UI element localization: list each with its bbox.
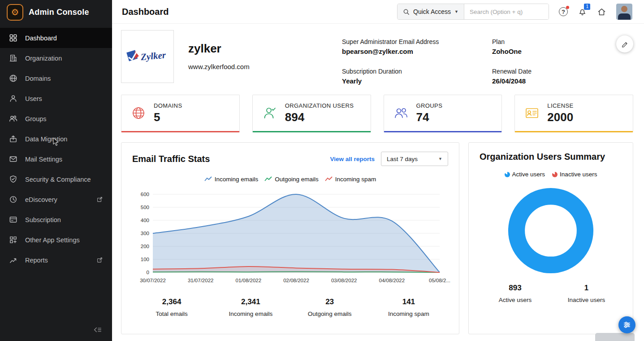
user-check-icon [263, 106, 277, 120]
summary-item: 141 Incoming spam [369, 297, 448, 317]
users-summary-card: Organization Users Summary Active users … [468, 142, 633, 334]
summary-value: 1 [551, 284, 622, 293]
external-link-icon [96, 257, 103, 263]
sidebar-item-domains[interactable]: Domains [0, 68, 112, 88]
svg-text:500: 500 [141, 205, 149, 210]
domains-icon [9, 74, 17, 83]
sidebar-header: ⚙ Admin Console [0, 0, 112, 24]
gear-icon: ⚙ [11, 8, 19, 17]
sidebar-item-ediscovery[interactable]: eDiscovery [0, 189, 112, 210]
stat-label: ORGANIZATION USERS [285, 102, 354, 109]
legend-item: Incoming emails [204, 176, 259, 183]
edit-org-button[interactable] [616, 35, 633, 52]
sidebar-item-reports[interactable]: Reports [0, 250, 112, 270]
legend-label: Outgoing emails [275, 176, 319, 183]
svg-text:02/08/2022: 02/08/2022 [283, 278, 309, 283]
sidebar-item-label: Data Migration [25, 136, 67, 143]
stat-card[interactable]: GROUPS 74 [384, 95, 502, 132]
notifications-button[interactable]: 1 [578, 7, 587, 17]
license-card-icon [525, 106, 539, 120]
svg-text:0: 0 [147, 270, 149, 275]
sidebar-item-label: Groups [25, 115, 47, 122]
search-input[interactable] [464, 4, 549, 19]
sidebar-item-mail-settings[interactable]: Mail Settings [0, 149, 112, 169]
field-value: bpearson@zylker.com [342, 48, 492, 55]
svg-text:30/07/2022: 30/07/2022 [140, 278, 166, 283]
sidebar-item-dashboard[interactable]: Dashboard [0, 28, 112, 48]
sidebar-item-label: Mail Settings [25, 156, 62, 163]
org-field: Renewal Date 26/04/2048 [492, 68, 602, 85]
sidebar-item-data-migration[interactable]: Data Migration [0, 129, 112, 149]
stat-value: 5 [154, 110, 182, 124]
summary-item: 2,364 Total emails [132, 297, 211, 317]
field-label: Super Administrator Email Address [342, 38, 492, 45]
topbar: Dashboard Quick Access ▼ ? 1 [112, 0, 644, 24]
sidebar-item-users[interactable]: Users [0, 88, 112, 109]
summary-label: Inactive users [551, 297, 622, 303]
summary-value: 893 [480, 284, 551, 293]
legend-label: Active users [512, 171, 545, 178]
stat-card[interactable]: ORGANIZATION USERS 894 [252, 95, 371, 132]
view-all-reports-link[interactable]: View all reports [330, 156, 375, 162]
external-link-icon [96, 196, 103, 203]
org-field: Subscription Duration Yearly [342, 68, 492, 85]
help-alert-dot [566, 6, 569, 9]
field-value: ZohoOne [492, 48, 602, 55]
stat-card[interactable]: DOMAINS 5 [121, 95, 240, 132]
avatar-head [621, 6, 627, 12]
legend-label: Incoming spam [335, 176, 376, 183]
email-traffic-card: Email Traffic Stats View all reports Las… [121, 142, 459, 334]
sidebar-item-label: eDiscovery [25, 196, 57, 203]
org-name: zylker [188, 42, 250, 56]
sidebar-item-label: Organization [25, 55, 62, 62]
users-summary-title: Organization Users Summary [480, 152, 622, 162]
donut-wrap [480, 187, 622, 275]
admin-console-app: ⚙ Admin Console Dashboard Organization D… [0, 0, 644, 341]
sidebar-item-organization[interactable]: Organization [0, 48, 112, 68]
user-avatar[interactable] [616, 4, 632, 20]
users-donut-chart [507, 187, 595, 275]
sidebar-item-subscription[interactable]: Subscription [0, 210, 112, 230]
org-field: Super Administrator Email Address bpears… [342, 38, 492, 55]
notification-badge: 1 [584, 4, 590, 10]
summary-item: 23 Outgoing emails [290, 297, 369, 317]
home-button[interactable] [597, 7, 606, 17]
trend-swatch [204, 176, 212, 182]
app-logo[interactable]: ⚙ [7, 4, 23, 21]
summary-label: Active users [480, 297, 551, 303]
search-group: Quick Access ▼ [397, 4, 549, 20]
help-button[interactable]: ? [559, 7, 568, 16]
summary-value: 2,364 [132, 297, 211, 306]
summary-item: 893 Active users [480, 284, 551, 303]
sidebar-item-security-compliance[interactable]: Security & Compliance [0, 169, 112, 189]
legend-item: Incoming spam [325, 176, 376, 183]
pencil-icon [621, 40, 629, 48]
svg-text:01/08/2022: 01/08/2022 [236, 278, 262, 283]
org-name-block: zylker www.zylkerfood.com [188, 30, 250, 70]
sidebar-item-groups[interactable]: Groups [0, 109, 112, 129]
email-traffic-title: Email Traffic Stats [132, 154, 210, 164]
quick-access-button[interactable]: Quick Access ▼ [398, 4, 464, 19]
summary-value: 141 [369, 297, 448, 306]
svg-text:05/08/2...: 05/08/2... [429, 278, 450, 283]
date-range-select[interactable]: Last 7 days ▼ [381, 152, 448, 166]
summary-label: Incoming emails [211, 310, 290, 317]
collapse-sidebar-icon[interactable] [93, 326, 102, 336]
summary-item: 1 Inactive users [551, 284, 622, 303]
zylker-logo: Zylker [125, 46, 170, 67]
stat-card[interactable]: LICENSE 2000 [514, 95, 633, 132]
org-website: www.zylkerfood.com [188, 63, 250, 70]
legend-label: Inactive users [560, 171, 597, 178]
app-title: Admin Console [29, 8, 89, 17]
sliders-icon [623, 321, 631, 329]
chart-settings-fab[interactable] [618, 316, 635, 333]
field-value: Yearly [342, 77, 492, 85]
field-value: 26/04/2048 [492, 77, 602, 85]
sidebar-item-other-app-settings[interactable]: Other App Settings [0, 230, 112, 250]
summary-item: 2,341 Incoming emails [211, 297, 290, 317]
screen-overlay [595, 333, 635, 341]
other-apps-icon [9, 236, 17, 244]
charts-row: Email Traffic Stats View all reports Las… [121, 142, 633, 334]
legend-label: Incoming emails [215, 176, 259, 183]
sidebar-item-label: Users [25, 95, 42, 102]
